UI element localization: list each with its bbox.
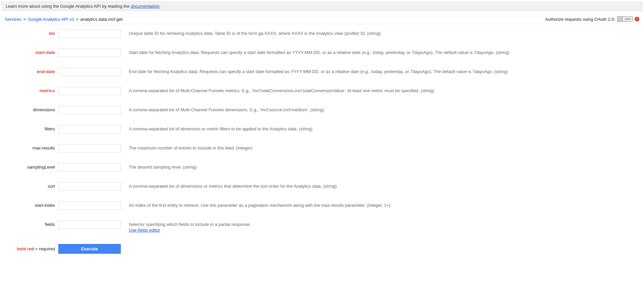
param-label-max-results: max-results bbox=[5, 144, 58, 150]
param-desc-text: An index of the first entity to retrieve… bbox=[129, 203, 390, 208]
param-desc: Start date for fetching Analytics data. … bbox=[121, 49, 639, 56]
param-label-filters: filters bbox=[5, 125, 58, 131]
metrics-input[interactable] bbox=[58, 87, 121, 95]
param-desc-text: A comma-separated list of dimension or m… bbox=[129, 126, 313, 131]
param-label-fields: fields bbox=[5, 221, 58, 227]
info-bar-suffix: . bbox=[159, 4, 161, 9]
warning-icon: ! bbox=[635, 17, 639, 21]
param-label-dimensions: dimensions bbox=[5, 106, 58, 112]
param-desc: A comma-separated list of dimension or m… bbox=[121, 125, 639, 132]
param-desc-text: End date for fetching Analytics data. Re… bbox=[129, 69, 508, 74]
param-desc-text: A comma-separated list of Multi-Channel … bbox=[129, 88, 434, 93]
form-area: idsUnique table ID for retrieving Analyt… bbox=[0, 24, 644, 264]
param-desc-text: A comma-separated list of dimensions or … bbox=[129, 184, 337, 189]
param-desc: A comma-separated list of dimensions or … bbox=[121, 182, 639, 189]
param-desc-text: The desired sampling level. (string) bbox=[129, 165, 197, 170]
documentation-link[interactable]: documentation bbox=[131, 4, 159, 9]
param-row: start-dateStart date for fetching Analyt… bbox=[5, 49, 639, 57]
param-desc: A comma-separated list of Multi-Channel … bbox=[121, 106, 639, 113]
breadcrumb-sep: > bbox=[23, 17, 26, 22]
param-row: filtersA comma-separated list of dimensi… bbox=[5, 125, 639, 133]
end-date-input[interactable] bbox=[58, 68, 121, 76]
param-row: fieldsSelector specifying which fields t… bbox=[5, 221, 639, 233]
breadcrumb-services[interactable]: Services bbox=[5, 17, 21, 22]
param-desc-text: Selector specifying which fields to incl… bbox=[129, 222, 251, 227]
auth-label: Authorize requests using OAuth 2.0: bbox=[545, 17, 615, 22]
param-desc-text: A comma-separated list of Multi-Channel … bbox=[129, 107, 324, 112]
param-desc-text: Unique table ID for retrieving Analytics… bbox=[129, 31, 381, 36]
param-label-start-index: start-index bbox=[5, 201, 58, 208]
param-row: samplingLevelThe desired sampling level.… bbox=[5, 163, 639, 172]
equals-required: = required bbox=[34, 246, 55, 251]
samplingLevel-input[interactable] bbox=[58, 163, 121, 172]
param-desc: The maximum number of entries to include… bbox=[121, 144, 639, 151]
param-desc-text: Start date for fetching Analytics data. … bbox=[129, 50, 509, 55]
breadcrumb-sep: > bbox=[76, 17, 78, 22]
bold-red-text: bold red bbox=[17, 246, 34, 251]
dimensions-input[interactable] bbox=[58, 106, 121, 114]
breadcrumb-current: analytics.data.mcf.get bbox=[80, 17, 123, 22]
info-bar: Learn more about using the Google Analyt… bbox=[1, 1, 643, 11]
param-desc: A comma-separated list of Multi-Channel … bbox=[121, 87, 639, 94]
start-index-input[interactable] bbox=[58, 201, 121, 210]
param-desc: Selector specifying which fields to incl… bbox=[121, 221, 639, 233]
param-label-metrics: metrics bbox=[5, 87, 58, 93]
param-row: start-indexAn index of the first entity … bbox=[5, 201, 639, 210]
fields-input[interactable] bbox=[58, 221, 121, 229]
breadcrumb: Services > Google Analytics API v3 > ana… bbox=[5, 17, 122, 22]
param-row: max-resultsThe maximum number of entries… bbox=[5, 144, 639, 152]
param-label-samplingLevel: samplingLevel bbox=[5, 163, 58, 170]
param-desc-text: The maximum number of entries to include… bbox=[129, 145, 253, 150]
execute-button[interactable]: Execute bbox=[58, 244, 121, 254]
footer-row: bold red = requiredExecute bbox=[5, 244, 639, 254]
breadcrumb-api[interactable]: Google Analytics API v3 bbox=[28, 17, 74, 22]
ids-input[interactable] bbox=[58, 29, 121, 38]
required-legend: bold red = required bbox=[5, 246, 58, 251]
param-desc: The desired sampling level. (string) bbox=[121, 163, 639, 170]
param-row: dimensionsA comma-separated list of Mult… bbox=[5, 106, 639, 114]
param-label-end-date: end-date bbox=[5, 68, 58, 74]
param-row: metricsA comma-separated list of Multi-C… bbox=[5, 87, 639, 95]
param-label-start-date: start-date bbox=[5, 49, 58, 55]
param-desc: An index of the first entity to retrieve… bbox=[121, 201, 639, 208]
filters-input[interactable] bbox=[58, 125, 121, 133]
info-bar-text: Learn more about using the Google Analyt… bbox=[6, 4, 131, 9]
start-date-input[interactable] bbox=[58, 49, 121, 57]
param-desc: Unique table ID for retrieving Analytics… bbox=[121, 29, 639, 37]
param-label-ids: ids bbox=[5, 29, 58, 36]
fields-editor-link[interactable]: Use fields editor bbox=[129, 228, 160, 233]
param-row: sortA comma-separated list of dimensions… bbox=[5, 182, 639, 191]
param-desc: End date for fetching Analytics data. Re… bbox=[121, 68, 639, 75]
param-row: end-dateEnd date for fetching Analytics … bbox=[5, 68, 639, 76]
max-results-input[interactable] bbox=[58, 144, 121, 152]
param-label-sort: sort bbox=[5, 182, 58, 189]
header-row: Services > Google Analytics API v3 > ana… bbox=[0, 12, 644, 24]
oauth-toggle[interactable]: OFF bbox=[617, 16, 633, 22]
param-row: idsUnique table ID for retrieving Analyt… bbox=[5, 29, 639, 38]
sort-input[interactable] bbox=[58, 182, 121, 191]
auth-area: Authorize requests using OAuth 2.0: OFF … bbox=[545, 16, 639, 22]
